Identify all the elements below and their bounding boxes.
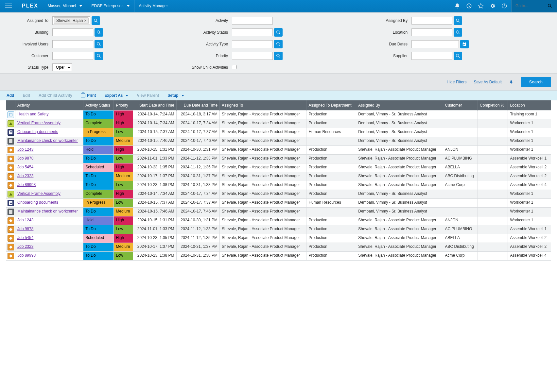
activity-link[interactable]: Maintainance check on workcenter bbox=[17, 209, 78, 213]
pin-icon[interactable] bbox=[509, 80, 513, 84]
lookup-location[interactable] bbox=[454, 28, 462, 37]
table-row[interactable]: Vertical Frame AssemblyCompleteHigh2024-… bbox=[6, 119, 551, 128]
setup-button[interactable]: Setup bbox=[167, 93, 184, 98]
lookup-building[interactable] bbox=[95, 28, 103, 37]
building-input[interactable] bbox=[52, 28, 93, 36]
col-header[interactable]: Completion % bbox=[478, 100, 508, 111]
lbl-status-type: Status Type bbox=[1, 62, 50, 73]
activity-link[interactable]: Job 2323 bbox=[17, 174, 33, 178]
save-default-link[interactable]: Save As Default bbox=[474, 80, 501, 84]
activity-link[interactable]: Vertical Frame Assembly bbox=[17, 191, 61, 196]
search-button[interactable]: Search bbox=[521, 77, 551, 87]
activity-link[interactable]: Job 5454 bbox=[17, 165, 33, 169]
priority-input[interactable] bbox=[232, 52, 273, 60]
lookup-assigned-by[interactable] bbox=[454, 16, 462, 25]
user-menu[interactable]: Masser, Michael bbox=[43, 0, 87, 12]
lookup-priority[interactable] bbox=[274, 52, 283, 60]
calendar-due-dates[interactable] bbox=[460, 40, 469, 48]
bell-icon[interactable] bbox=[454, 3, 460, 9]
view-parent-button[interactable]: View Parent bbox=[137, 93, 159, 98]
table-row[interactable]: Job 1243HoldHigh2024-10-15, 1:31 PM2024-… bbox=[6, 146, 551, 155]
brand-logo[interactable]: PLEX bbox=[17, 0, 43, 12]
lookup-involved-users[interactable] bbox=[95, 40, 103, 48]
table-row[interactable]: Vertical Frame AssemblyCompleteHigh2024-… bbox=[6, 190, 551, 199]
goto-input[interactable] bbox=[515, 4, 545, 8]
add-child-button[interactable]: Add Child Activity bbox=[39, 93, 72, 98]
table-row[interactable]: Job 5454ScheduledHigh2024-10-23, 1:35 PM… bbox=[6, 234, 551, 243]
lookup-assigned-to[interactable] bbox=[92, 16, 100, 25]
edit-button[interactable]: Edit bbox=[23, 93, 30, 98]
col-header[interactable] bbox=[6, 100, 15, 111]
assigned-to-input[interactable]: Shevale, Rajan× bbox=[52, 16, 90, 25]
col-header[interactable]: Activity bbox=[15, 100, 83, 111]
department-cell: Production bbox=[306, 155, 356, 163]
involved-users-input[interactable] bbox=[52, 40, 93, 48]
table-row[interactable]: Job 2323To DoMedium2024-10-17, 1:37 PM20… bbox=[6, 243, 551, 252]
lookup-supplier[interactable] bbox=[454, 52, 462, 60]
col-header[interactable]: Due Date and Time bbox=[176, 100, 219, 111]
activity-link[interactable]: Onboarding documents bbox=[17, 129, 58, 134]
activity-link[interactable]: Job 89998 bbox=[17, 253, 36, 258]
col-header[interactable]: Assigned To bbox=[220, 100, 306, 111]
help-icon[interactable] bbox=[501, 3, 507, 9]
hide-filters-link[interactable]: Hide Filters bbox=[447, 80, 467, 84]
company-menu[interactable]: EDGE Enterprises bbox=[87, 0, 134, 12]
table-row[interactable]: Job 9878To DoLow2024-11-01, 1:33 PM2024-… bbox=[6, 225, 551, 234]
activity-link[interactable]: Job 89998 bbox=[17, 182, 36, 187]
star-icon[interactable] bbox=[478, 3, 484, 9]
table-row[interactable]: Job 5454ScheduledHigh2024-10-23, 1:35 PM… bbox=[6, 163, 551, 172]
location-input[interactable] bbox=[411, 28, 452, 36]
col-header[interactable]: Activity Status bbox=[83, 100, 114, 111]
table-row[interactable]: Maintainance check on workcenterTo DoMed… bbox=[6, 137, 551, 146]
table-row[interactable]: Job 89998To DoLow2024-10-23, 1:38 PM2024… bbox=[6, 252, 551, 261]
table-row[interactable]: Job 9878To DoLow2024-11-01, 1:33 PM2024-… bbox=[6, 155, 551, 163]
col-header[interactable]: Assigned By bbox=[356, 100, 443, 111]
gear-icon[interactable] bbox=[490, 3, 496, 9]
activity-link[interactable]: Job 5454 bbox=[17, 235, 33, 240]
table-row[interactable]: Job 89998To DoLow2024-10-23, 1:38 PM2024… bbox=[6, 181, 551, 190]
status-cell: To Do bbox=[83, 155, 114, 163]
activity-link[interactable]: Onboarding documents bbox=[17, 200, 58, 205]
table-row[interactable]: Job 2323To DoMedium2024-10-17, 1:37 PM20… bbox=[6, 172, 551, 181]
add-button[interactable]: Add bbox=[7, 93, 14, 98]
activity-link[interactable]: Job 1243 bbox=[17, 218, 33, 222]
chip-remove-icon[interactable]: × bbox=[84, 18, 86, 23]
assigned-by-input[interactable] bbox=[411, 17, 452, 25]
lookup-activity-type[interactable] bbox=[274, 40, 283, 48]
show-child-checkbox[interactable] bbox=[232, 65, 236, 69]
table-row[interactable]: Job 1243HoldHigh2024-10-15, 1:31 PM2024-… bbox=[6, 216, 551, 225]
activity-status-input[interactable] bbox=[232, 28, 273, 36]
customer-input[interactable] bbox=[52, 52, 93, 60]
lookup-customer[interactable] bbox=[95, 52, 103, 60]
due-dates-input[interactable] bbox=[411, 40, 459, 48]
col-header[interactable]: Assigned To Department bbox=[306, 100, 356, 111]
activity-link[interactable]: Job 2323 bbox=[17, 244, 33, 249]
activity-input[interactable] bbox=[232, 17, 273, 25]
status-type-select[interactable]: Open bbox=[52, 63, 72, 71]
activity-link[interactable]: Vertical Frame Assembly bbox=[17, 121, 61, 125]
activity-link[interactable]: Job 9878 bbox=[17, 227, 33, 231]
activity-link[interactable]: Health and Safety bbox=[17, 112, 48, 116]
activity-link[interactable]: Job 9878 bbox=[17, 156, 33, 161]
goto-search[interactable] bbox=[511, 0, 557, 12]
table-row[interactable]: Onboarding documentsIn ProgressLow2024-1… bbox=[6, 199, 551, 208]
table-row[interactable]: Maintainance check on workcenterTo DoMed… bbox=[6, 208, 551, 216]
activity-link[interactable]: Job 1243 bbox=[17, 147, 33, 152]
col-header[interactable]: Customer bbox=[443, 100, 478, 111]
hamburger-button[interactable] bbox=[0, 0, 17, 12]
completion-cell bbox=[478, 163, 508, 172]
print-button[interactable]: Print bbox=[81, 93, 96, 98]
clock-icon[interactable] bbox=[466, 3, 472, 9]
col-header[interactable]: Priority bbox=[114, 100, 133, 111]
col-header[interactable]: Start Date and Time bbox=[133, 100, 176, 111]
export-as-button[interactable]: Export As bbox=[104, 93, 128, 98]
lookup-activity-status[interactable] bbox=[274, 28, 283, 37]
table-row[interactable]: Health and SafetyTo DoHigh2024-10-14, 7:… bbox=[6, 111, 551, 119]
table-row[interactable]: Onboarding documentsIn ProgressLow2024-1… bbox=[6, 128, 551, 137]
supplier-input[interactable] bbox=[411, 52, 452, 60]
activity-type-input[interactable] bbox=[232, 40, 273, 48]
activity-link[interactable]: Maintainance check on workcenter bbox=[17, 138, 78, 143]
completion-cell bbox=[478, 111, 508, 119]
col-header[interactable]: Location bbox=[508, 100, 551, 111]
chip-assigned-to[interactable]: Shevale, Rajan× bbox=[54, 17, 89, 24]
